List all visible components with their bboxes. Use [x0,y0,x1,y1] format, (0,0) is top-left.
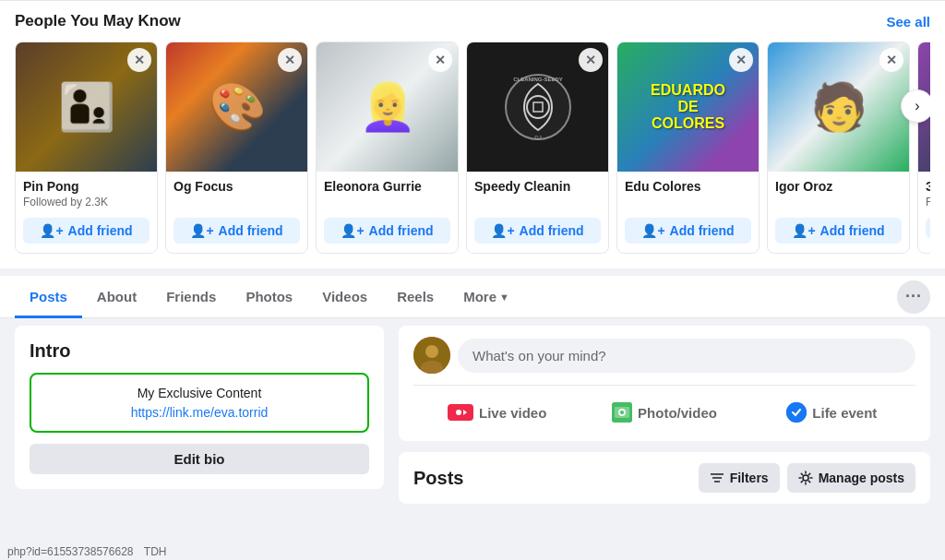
pymk-see-all-link[interactable]: See all [886,14,930,30]
posts-section-title: Posts [413,468,463,489]
manage-posts-button[interactable]: Manage posts [787,463,915,493]
tab-friends[interactable]: Friends [151,276,231,318]
photo-video-icon [612,402,632,423]
intro-box: Intro My Exclusive Content https://link.… [15,326,384,489]
pymk-card-body-edu: Edu Colores 👤+ Add friend [617,172,759,253]
user-avatar [413,337,450,374]
pymk-card-body-eleonora: Eleonora Gurrie 👤+ Add friend [317,172,458,253]
pymk-card-name-og-focus: Og Focus [173,179,300,194]
add-friend-btn-edu[interactable]: 👤+ Add friend [625,218,751,244]
pymk-card-edu: EDUARDODE COLORES ✕ Edu Colores 👤+ Add f… [616,42,760,254]
pymk-card-name-edu: Edu Colores [625,179,751,194]
pymk-dismiss-edu[interactable]: ✕ [729,48,753,72]
pymk-card-body-zokin: Зокин Followe... Ad... [918,172,930,247]
pymk-dismiss-og-focus[interactable]: ✕ [278,48,302,72]
add-friend-icon-edu: 👤+ [641,223,664,238]
posts-header: Posts Filters [399,452,930,504]
svg-text:CLEANING-SEEDY: CLEANING-SEEDY [513,77,563,82]
add-friend-btn-igor[interactable]: 👤+ Add friend [775,218,902,244]
add-friend-label-og-focus: Add friend [219,223,283,238]
pymk-card-body-pin-pong: Pin Pong Followed by 2.3K 👤+ Add friend [16,172,157,253]
pymk-card-name-speedy: Speedy Cleanin [474,179,601,194]
create-post-box: What's on your mind? Live video [399,326,930,441]
pymk-header: People You May Know See all [15,12,930,30]
tab-more-options-button[interactable]: ··· [897,280,930,314]
pymk-card-sub-pin-pong: Followed by 2.3K [23,196,150,210]
pymk-card-name-igor: Igor Oroz [775,179,902,194]
svg-point-17 [803,475,808,481]
add-friend-btn-speedy[interactable]: 👤+ Add friend [474,218,601,244]
intro-content-text: My Exclusive Content [42,386,356,400]
filters-icon [710,471,724,485]
tab-reels[interactable]: Reels [382,276,449,318]
pymk-card-sub-edu [625,196,751,210]
pymk-dismiss-eleonora[interactable]: ✕ [428,48,452,72]
profile-tabs: Posts About Friends Photos Videos Reels … [0,276,945,318]
add-friend-btn-zokin[interactable]: Ad... [926,218,930,238]
tab-posts[interactable]: Posts [15,276,82,318]
tab-videos[interactable]: Videos [307,276,382,318]
filters-label: Filters [730,471,769,485]
pymk-dismiss-igor[interactable]: ✕ [879,48,903,72]
create-post-actions: Live video Photo/video [413,385,915,430]
add-friend-btn-eleonora[interactable]: 👤+ Add friend [324,218,450,244]
pymk-card-sub-speedy [474,196,601,210]
svg-point-8 [456,410,461,415]
tab-about[interactable]: About [82,276,151,318]
manage-posts-label: Manage posts [819,471,904,485]
life-event-label: Life event [812,405,877,421]
add-friend-icon-og-focus: 👤+ [190,223,213,238]
pymk-next-button[interactable]: › [901,89,930,123]
pymk-card-speedy: CLEANING-SEEDY DJ ✕ Speedy Cleanin 👤+ Ad… [466,42,609,254]
posts-column: What's on your mind? Live video [399,326,930,504]
life-event-button[interactable]: Life event [748,395,915,430]
pymk-card-body-speedy: Speedy Cleanin 👤+ Add friend [467,172,608,253]
pymk-card-name-eleonora: Eleonora Gurrie [324,179,450,194]
manage-posts-icon [798,471,813,485]
pymk-cards-container: 👨‍👦 ✕ Pin Pong Followed by 2.3K 👤+ Add f… [15,42,930,254]
add-friend-icon-speedy: 👤+ [491,223,514,238]
photo-video-label: Photo/video [638,405,717,421]
posts-header-actions: Filters Manage posts [699,463,915,493]
intro-title: Intro [30,340,369,362]
add-friend-label-pin-pong: Add friend [68,223,133,238]
intro-column: Intro My Exclusive Content https://link.… [15,326,384,504]
pymk-card-body-og-focus: Og Focus 👤+ Add friend [166,172,307,253]
tab-photos[interactable]: Photos [231,276,307,318]
pymk-card-name-pin-pong: Pin Pong [23,179,150,194]
add-friend-label-eleonora: Add friend [369,223,434,238]
tab-more[interactable]: More ▼ [449,276,524,318]
live-video-button[interactable]: Live video [413,395,580,430]
pymk-section: People You May Know See all 👨‍👦 ✕ Pin Po… [0,0,945,268]
svg-point-5 [425,345,438,358]
photo-video-button[interactable]: Photo/video [580,395,748,430]
tab-more-label: More [463,289,496,304]
edu-card-overlay-text: EDUARDODE COLORES [651,82,725,132]
add-friend-btn-og-focus[interactable]: 👤+ Add friend [173,218,300,244]
intro-content-box: My Exclusive Content https://link.me/eva… [30,373,369,433]
pymk-dismiss-pin-pong[interactable]: ✕ [127,48,151,72]
pymk-card-name-zokin: Зокин [926,179,930,194]
post-prompt-input[interactable]: What's on your mind? [458,339,915,373]
live-video-label: Live video [479,405,546,421]
edit-bio-button[interactable]: Edit bio [30,444,369,474]
pymk-card-zokin: 👤 Зокин Followe... Ad... [917,42,930,254]
pymk-dismiss-speedy[interactable]: ✕ [579,48,603,72]
pymk-card-igor: 🧑 ✕ Igor Oroz 👤+ Add friend [767,42,910,254]
pymk-title: People You May Know [15,12,181,30]
add-friend-icon-pin-pong: 👤+ [40,223,63,238]
pymk-card-og-focus: 🎨 ✕ Og Focus 👤+ Add friend [165,42,308,254]
intro-content-link[interactable]: https://link.me/eva.torrid [131,405,269,420]
page-wrapper: People You May Know See all 👨‍👦 ✕ Pin Po… [0,0,945,504]
add-friend-btn-pin-pong[interactable]: 👤+ Add friend [23,218,150,244]
add-friend-label-igor: Add friend [820,223,885,238]
main-content: Intro My Exclusive Content https://link.… [0,326,945,504]
pymk-card-eleonora: 👱‍♀️ ✕ Eleonora Gurrie 👤+ Add friend [316,42,459,254]
filters-button[interactable]: Filters [699,463,780,493]
svg-text:DJ: DJ [534,135,541,140]
add-friend-label-edu: Add friend [670,223,735,238]
svg-point-13 [786,402,807,423]
add-friend-label-speedy: Add friend [520,223,584,238]
create-post-top: What's on your mind? [413,337,915,374]
live-video-icon [448,404,473,421]
